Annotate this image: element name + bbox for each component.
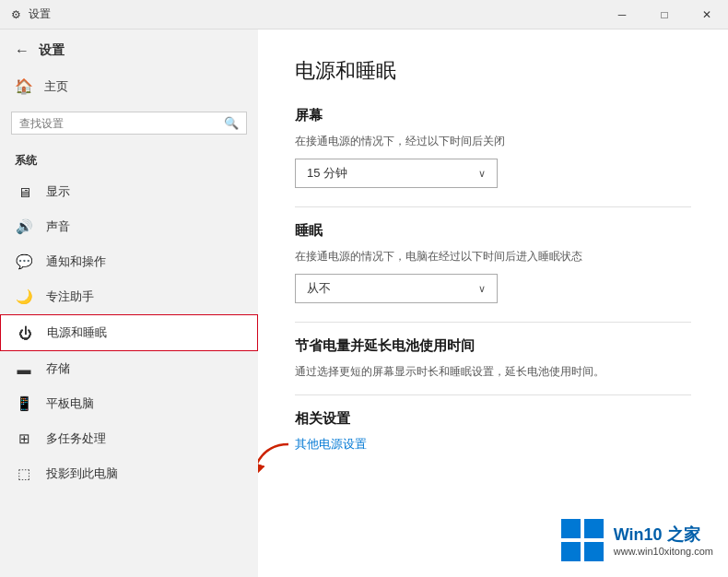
sidebar-home-label: 主页 [44, 78, 68, 95]
divider-2 [295, 322, 691, 323]
screen-section: 屏幕 在接通电源的情况下，经过以下时间后关闭 15 分钟 ∨ [295, 107, 691, 188]
screen-dropdown[interactable]: 15 分钟 ∨ [295, 159, 498, 188]
sidebar-item-storage[interactable]: ▬ 存储 [0, 351, 258, 386]
title-bar-controls: ─ □ ✕ [601, 0, 728, 29]
screen-dropdown-arrow: ∨ [478, 168, 486, 180]
sound-icon: 🔊 [15, 218, 33, 235]
watermark: Win10 之家 www.win10xitong.com [560, 518, 713, 562]
project-icon: ⬚ [15, 465, 33, 482]
save-section: 节省电量并延长电池使用时间 通过选择更短的屏幕显示时长和睡眠设置，延长电池使用时… [295, 337, 691, 380]
sidebar-item-power[interactable]: ⏻ 电源和睡眠 [0, 314, 258, 351]
power-settings-link[interactable]: 其他电源设置 [295, 437, 367, 451]
multitask-icon: ⊞ [15, 430, 33, 447]
sidebar-item-label: 平板电脑 [46, 395, 94, 412]
sidebar-item-label: 多任务处理 [46, 430, 106, 447]
sidebar-item-label: 电源和睡眠 [47, 324, 107, 341]
title-bar: ⚙ 设置 ─ □ ✕ [0, 0, 728, 29]
windows-logo-icon [560, 518, 605, 562]
sleep-dropdown-value: 从不 [307, 280, 331, 297]
sleep-section: 睡眠 在接通电源的情况下，电脑在经过以下时间后进入睡眠状态 从不 ∨ [295, 222, 691, 303]
sidebar-item-focus[interactable]: 🌙 专注助手 [0, 279, 258, 314]
tablet-icon: 📱 [15, 395, 33, 412]
watermark-url: www.win10xitong.com [614, 546, 713, 557]
divider-1 [295, 206, 691, 207]
power-icon: ⏻ [16, 325, 34, 341]
screen-dropdown-value: 15 分钟 [307, 165, 347, 182]
related-section-title: 相关设置 [295, 410, 691, 428]
save-section-title: 节省电量并延长电池使用时间 [295, 337, 691, 355]
focus-icon: 🌙 [15, 288, 33, 305]
notify-icon: 💬 [15, 253, 33, 270]
sidebar: ← 设置 🏠 主页 🔍 系统 🖥 显示 🔊 声音 💬 通知和操作 🌙 专注助手 [0, 29, 258, 577]
screen-description: 在接通电源的情况下，经过以下时间后关闭 [295, 134, 691, 149]
sleep-dropdown[interactable]: 从不 ∨ [295, 274, 498, 303]
sleep-section-title: 睡眠 [295, 222, 691, 240]
sidebar-item-tablet[interactable]: 📱 平板电脑 [0, 386, 258, 421]
home-icon: 🏠 [15, 77, 33, 95]
svg-rect-3 [584, 542, 604, 561]
sidebar-item-label: 存储 [46, 360, 70, 377]
screen-section-title: 屏幕 [295, 107, 691, 124]
sidebar-home-item[interactable]: 🏠 主页 [0, 68, 258, 104]
back-button[interactable]: ← [15, 42, 29, 59]
content-area: 电源和睡眠 屏幕 在接通电源的情况下，经过以下时间后关闭 15 分钟 ∨ 睡眠 … [258, 29, 728, 577]
svg-rect-2 [561, 542, 581, 561]
sleep-description: 在接通电源的情况下，电脑在经过以下时间后进入睡眠状态 [295, 249, 691, 265]
sidebar-item-display[interactable]: 🖥 显示 [0, 174, 258, 209]
watermark-text: Win10 之家 www.win10xitong.com [614, 524, 713, 557]
watermark-brand: Win10 之家 [614, 524, 713, 546]
sidebar-header: ← 设置 [0, 29, 258, 68]
minimize-button[interactable]: ─ [601, 0, 643, 29]
sidebar-item-multitask[interactable]: ⊞ 多任务处理 [0, 421, 258, 456]
sidebar-item-label: 投影到此电脑 [46, 465, 118, 482]
sidebar-item-project[interactable]: ⬚ 投影到此电脑 [0, 456, 258, 491]
search-input[interactable] [19, 117, 224, 130]
sidebar-app-title: 设置 [39, 42, 65, 59]
save-description: 通过选择更短的屏幕显示时长和睡眠设置，延长电池使用时间。 [295, 364, 691, 380]
system-section-label: 系统 [0, 146, 258, 174]
search-box[interactable]: 🔍 [11, 112, 247, 135]
divider-3 [295, 394, 691, 395]
title-bar-title: 设置 [29, 6, 51, 22]
sidebar-item-sound[interactable]: 🔊 声音 [0, 209, 258, 244]
close-button[interactable]: ✕ [686, 0, 728, 29]
sidebar-item-label: 专注助手 [46, 288, 94, 305]
app-container: ← 设置 🏠 主页 🔍 系统 🖥 显示 🔊 声音 💬 通知和操作 🌙 专注助手 [0, 29, 728, 577]
maximize-button[interactable]: □ [643, 0, 686, 29]
sleep-dropdown-arrow: ∨ [478, 283, 486, 295]
storage-icon: ▬ [15, 361, 33, 377]
title-bar-left: ⚙ 设置 [11, 6, 51, 22]
sidebar-item-label: 通知和操作 [46, 253, 106, 270]
svg-rect-1 [584, 519, 604, 538]
sidebar-item-label: 声音 [46, 218, 70, 235]
arrow-annotation [258, 440, 295, 486]
related-section: 相关设置 其他电源设置 [295, 410, 691, 453]
svg-rect-0 [561, 519, 581, 538]
sidebar-item-notify[interactable]: 💬 通知和操作 [0, 244, 258, 279]
search-icon: 🔍 [224, 116, 239, 130]
display-icon: 🖥 [15, 184, 33, 200]
page-title: 电源和睡眠 [295, 57, 691, 85]
app-icon: ⚙ [11, 8, 21, 21]
sidebar-item-label: 显示 [46, 183, 70, 200]
